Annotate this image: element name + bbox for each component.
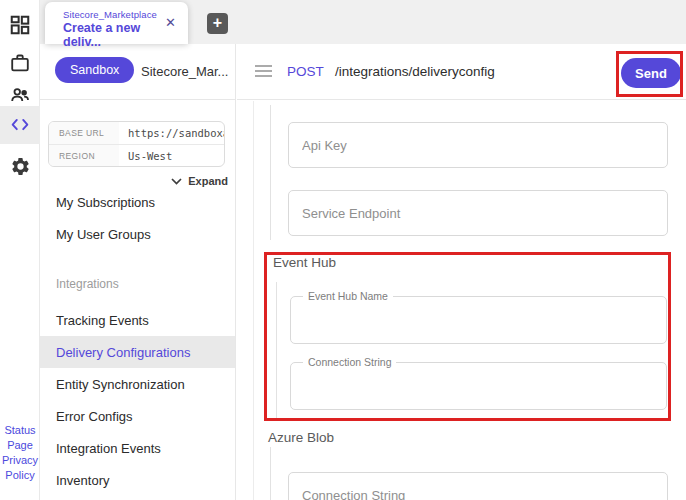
new-tab-button[interactable]: + xyxy=(207,13,228,34)
api-key-input[interactable] xyxy=(288,122,668,168)
workspace-title: Sitecore_Mar... xyxy=(141,64,228,79)
event-hub-connection-string-field[interactable]: Connection String xyxy=(290,362,667,410)
app-window: Status Page Privacy Policy Sitecore_Mark… xyxy=(0,0,686,500)
code-developer-icon[interactable] xyxy=(0,106,40,144)
request-bar: POST /integrations/deliveryconfig Send xyxy=(237,44,686,100)
nav-item-my-user-groups[interactable]: My User Groups xyxy=(40,218,235,250)
send-button[interactable]: Send xyxy=(621,58,681,88)
tab-app-name: Sitecore_Marketplace xyxy=(63,9,178,20)
icon-rail: Status Page Privacy Policy xyxy=(0,0,40,500)
nav-item-tracking-events[interactable]: Tracking Events xyxy=(40,304,235,336)
side-panel: BASE URL https://sandboxa REGION Us-West… xyxy=(40,100,236,500)
active-tab[interactable]: Sitecore_Marketplace Create a new deliv.… xyxy=(45,2,188,44)
region-label: REGION xyxy=(49,145,119,166)
tab-close-icon[interactable]: ✕ xyxy=(165,17,177,29)
tab-bar: Sitecore_Marketplace Create a new deliv.… xyxy=(40,0,686,44)
azure-blob-indent-guide xyxy=(270,447,271,500)
request-path: /integrations/deliveryconfig xyxy=(335,64,495,79)
tab-page-title: Create a new deliv... xyxy=(63,21,178,49)
meta-row-base-url: BASE URL https://sandboxa xyxy=(49,122,224,144)
base-url-value: https://sandboxa xyxy=(119,122,224,144)
nav-item-entity-synchronization[interactable]: Entity Synchronization xyxy=(40,368,235,400)
event-hub-name-field[interactable]: Event Hub Name xyxy=(290,296,667,344)
event-hub-indent-guide xyxy=(276,282,277,418)
menu-icon[interactable] xyxy=(255,65,272,80)
nav-item-my-subscriptions[interactable]: My Subscriptions xyxy=(40,186,235,218)
region-value: Us-West xyxy=(119,145,224,166)
event-hub-name-input[interactable] xyxy=(299,303,658,339)
request-form: Event Hub Event Hub Name Connection Stri… xyxy=(237,101,686,500)
rail-footer-links: Status Page Privacy Policy xyxy=(0,423,40,483)
event-hub-name-label: Event Hub Name xyxy=(303,290,393,302)
workspace-header: Sandbox Sitecore_Mar... xyxy=(40,44,236,100)
apps-grid-icon[interactable] xyxy=(0,6,40,44)
nav-item-delivery-configurations[interactable]: Delivery Configurations xyxy=(40,336,235,368)
event-hub-heading: Event Hub xyxy=(273,255,336,270)
nav-item-inventory[interactable]: Inventory xyxy=(40,464,235,496)
settings-gear-icon[interactable] xyxy=(0,147,40,185)
environment-badge[interactable]: Sandbox xyxy=(55,57,134,83)
indent-guide xyxy=(270,105,271,240)
nav-section-integrations: Integrations xyxy=(40,277,235,291)
nav-item-integration-events[interactable]: Integration Events xyxy=(40,432,235,464)
meta-row-region: REGION Us-West xyxy=(49,144,224,166)
http-method: POST xyxy=(287,64,324,79)
service-endpoint-input[interactable] xyxy=(288,190,668,236)
azure-blob-heading: Azure Blob xyxy=(268,430,334,445)
environment-meta-box: BASE URL https://sandboxa REGION Us-West xyxy=(48,121,225,167)
scroll-track[interactable] xyxy=(253,101,254,500)
chevron-down-icon xyxy=(171,178,182,185)
nav-item-error-configs[interactable]: Error Configs xyxy=(40,400,235,432)
event-hub-connection-string-label: Connection String xyxy=(303,356,396,368)
event-hub-connection-string-input[interactable] xyxy=(299,369,658,405)
status-page-link[interactable]: Status Page xyxy=(0,423,40,453)
side-nav: My Subscriptions My User Groups Integrat… xyxy=(40,186,235,496)
base-url-label: BASE URL xyxy=(49,122,119,144)
azure-blob-connection-string-input[interactable] xyxy=(288,472,668,500)
privacy-policy-link[interactable]: Privacy Policy xyxy=(0,453,40,483)
